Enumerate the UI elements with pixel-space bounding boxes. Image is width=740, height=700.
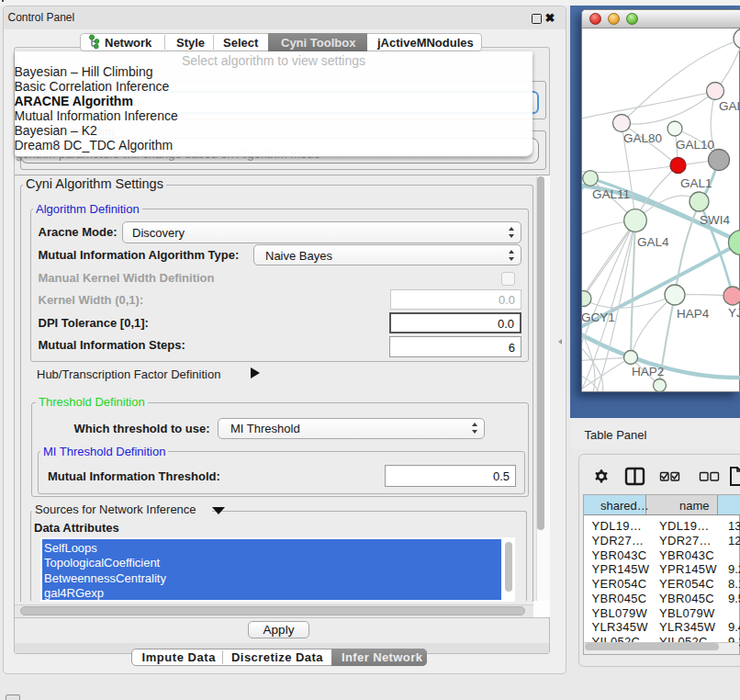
svg-text:HAP4: HAP4	[677, 307, 710, 321]
svg-text:GAL80: GAL80	[623, 131, 662, 145]
svg-text:GCY1: GCY1	[582, 310, 615, 324]
svg-text:GAL7: GAL7	[719, 99, 740, 113]
svg-text:HAP2: HAP2	[632, 365, 664, 378]
svg-text:GAL1: GAL1	[680, 176, 712, 190]
svg-text:SWI4: SWI4	[700, 213, 730, 227]
svg-text:GAL11: GAL11	[592, 187, 630, 201]
svg-text:GAL4: GAL4	[637, 235, 669, 249]
svg-text:YJ: YJ	[728, 306, 740, 320]
svg-text:GAL10: GAL10	[676, 138, 714, 152]
